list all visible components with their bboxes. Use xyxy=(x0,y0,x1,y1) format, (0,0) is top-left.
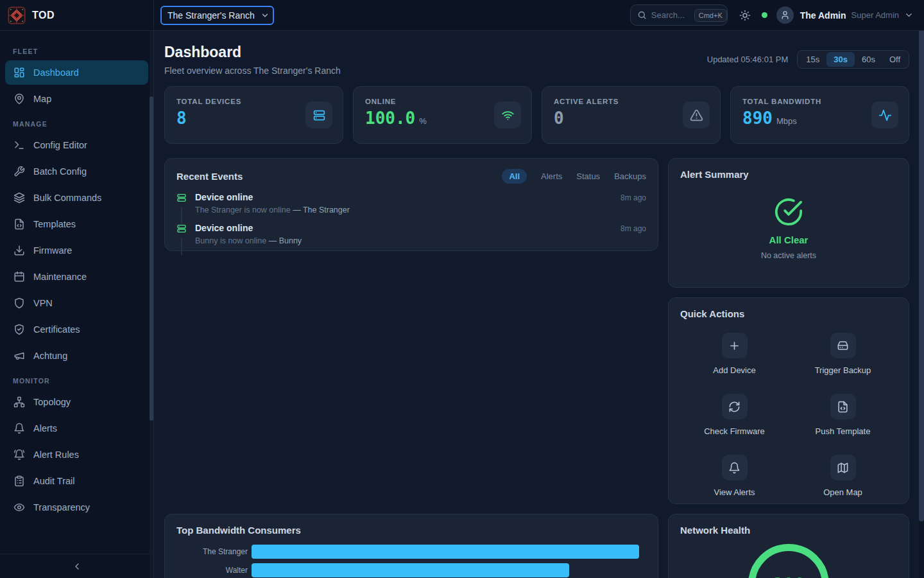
sidebar-item-certificates[interactable]: Certificates xyxy=(5,317,148,342)
stat-card-total-devices: TOTAL DEVICES 8 xyxy=(164,86,343,144)
filter-status[interactable]: Status xyxy=(576,171,600,181)
add-device-button[interactable]: Add Device xyxy=(680,333,789,375)
server-icon xyxy=(176,223,187,234)
quick-actions-panel: Quick Actions Add Device Trigger Backup xyxy=(668,297,909,504)
network-icon xyxy=(13,396,25,408)
fleet-selector[interactable]: The Stranger's Ranch xyxy=(160,6,274,25)
alert-summary-panel: Alert Summary All Clear No active alerts xyxy=(668,158,909,288)
sidebar-item-alerts[interactable]: Alerts xyxy=(5,416,148,441)
stat-value: 0 xyxy=(554,110,564,127)
stat-suffix: Mbps xyxy=(776,116,797,126)
refresh-15s-button[interactable]: 15s xyxy=(799,52,826,67)
sidebar-section-manage: MANAGE xyxy=(13,120,141,128)
sidebar-item-map[interactable]: Map xyxy=(5,87,148,111)
sidebar: FLEET Dashboard Map MANAGE Config Editor… xyxy=(0,31,154,578)
push-template-button[interactable]: Push Template xyxy=(789,394,897,436)
stat-value: 100.0 xyxy=(365,110,415,127)
open-map-button[interactable]: Open Map xyxy=(789,455,897,497)
refresh-icon xyxy=(722,394,748,419)
sidebar-item-config-editor[interactable]: Config Editor xyxy=(5,133,148,157)
search-icon xyxy=(637,10,647,20)
sidebar-item-label: Batch Config xyxy=(33,166,87,177)
sidebar-item-batch-config[interactable]: Batch Config xyxy=(5,159,148,184)
file-code-icon xyxy=(830,394,856,419)
sidebar-item-label: Config Editor xyxy=(33,140,87,150)
top-bandwidth-panel: Top Bandwidth Consumers The Stranger Wal… xyxy=(164,514,658,578)
quick-action-label: Add Device xyxy=(713,365,755,375)
dashboard-grid: Recent Events All Alerts Status Backups … xyxy=(164,158,909,578)
view-alerts-button[interactable]: View Alerts xyxy=(680,455,789,497)
bandwidth-bar xyxy=(252,563,569,577)
refresh-60s-button[interactable]: 60s xyxy=(855,52,882,67)
sidebar-item-achtung[interactable]: Achtung xyxy=(5,344,148,368)
bandwidth-bar xyxy=(252,545,639,559)
hard-drive-icon xyxy=(830,333,856,358)
sidebar-item-bulk-commands[interactable]: Bulk Commands xyxy=(5,186,148,210)
filter-backups[interactable]: Backups xyxy=(614,171,646,181)
health-score: 100 xyxy=(773,574,805,578)
network-health-title: Network Health xyxy=(680,525,750,536)
search-input[interactable] xyxy=(651,10,690,20)
filter-alerts[interactable]: Alerts xyxy=(541,171,562,181)
sidebar-collapse-button[interactable] xyxy=(0,554,153,578)
server-icon xyxy=(305,101,332,128)
sidebar-item-vpn[interactable]: VPN xyxy=(5,291,148,315)
wrench-icon xyxy=(13,166,25,177)
avatar[interactable] xyxy=(776,6,794,24)
theme-toggle-button[interactable] xyxy=(739,10,751,21)
bandwidth-row: The Stranger xyxy=(176,545,646,559)
sidebar-item-topology[interactable]: Topology xyxy=(5,390,148,414)
eye-icon xyxy=(13,502,25,513)
sidebar-item-label: VPN xyxy=(33,298,53,308)
megaphone-icon xyxy=(13,350,25,362)
plus-icon xyxy=(722,333,748,358)
filter-all[interactable]: All xyxy=(502,169,527,184)
alert-status-text: All Clear xyxy=(769,234,809,245)
sidebar-item-transparency[interactable]: Transparency xyxy=(5,495,148,520)
event-filters: All Alerts Status Backups xyxy=(502,169,646,184)
stat-value: 8 xyxy=(176,110,187,127)
user-icon xyxy=(780,10,790,20)
server-icon xyxy=(176,193,187,203)
sidebar-item-templates[interactable]: Templates xyxy=(5,212,148,236)
refresh-30s-button[interactable]: 30s xyxy=(826,52,855,67)
event-time: 8m ago xyxy=(620,224,646,233)
chevron-down-icon xyxy=(904,10,914,20)
tod-logo-icon xyxy=(8,6,26,24)
app-window: TOD The Stranger's Ranch Cmd+K xyxy=(0,0,924,578)
bandwidth-row: Walter xyxy=(176,563,646,577)
chevron-left-icon xyxy=(72,561,82,572)
activity-icon xyxy=(871,101,898,128)
fleet-selector-wrap: The Stranger's Ranch xyxy=(160,6,274,25)
clipboard-list-icon xyxy=(13,475,25,487)
page-scrollbar-thumb[interactable] xyxy=(919,4,924,521)
quick-action-label: Trigger Backup xyxy=(815,365,871,375)
event-row[interactable]: Device online 8m ago Bunny is now online… xyxy=(176,223,646,245)
sidebar-item-label: Transparency xyxy=(33,502,90,512)
calendar-icon xyxy=(13,271,25,283)
user-menu-button[interactable] xyxy=(904,10,914,20)
search-shortcut-badge: Cmd+K xyxy=(694,9,727,22)
sidebar-item-label: Achtung xyxy=(33,351,67,361)
sidebar-item-audit-trail[interactable]: Audit Trail xyxy=(5,469,148,493)
check-circle-icon xyxy=(774,197,803,227)
sidebar-item-alert-rules[interactable]: Alert Rules xyxy=(5,442,148,467)
sidebar-scrollbar-thumb[interactable] xyxy=(150,96,153,421)
layout-dashboard-icon xyxy=(13,67,25,78)
trigger-backup-button[interactable]: Trigger Backup xyxy=(789,333,897,375)
sidebar-item-firmware[interactable]: Firmware xyxy=(5,238,148,263)
bell-icon xyxy=(722,455,748,480)
sidebar-item-dashboard[interactable]: Dashboard xyxy=(5,60,148,85)
user-name: The Admin xyxy=(800,10,846,21)
sidebar-item-maintenance[interactable]: Maintenance xyxy=(5,265,148,289)
sidebar-item-label: Topology xyxy=(33,397,71,407)
alert-detail-text: No active alerts xyxy=(761,251,816,260)
check-firmware-button[interactable]: Check Firmware xyxy=(680,394,789,436)
main-content: Dashboard Fleet overview across The Stra… xyxy=(154,31,919,578)
event-row[interactable]: Device online 8m ago The Stranger is now… xyxy=(176,192,646,215)
refresh-off-button[interactable]: Off xyxy=(882,52,907,67)
page-title: Dashboard xyxy=(164,44,341,61)
event-title: Device online xyxy=(195,192,253,202)
quick-action-label: Check Firmware xyxy=(704,426,765,436)
search-box[interactable]: Cmd+K xyxy=(630,4,728,26)
